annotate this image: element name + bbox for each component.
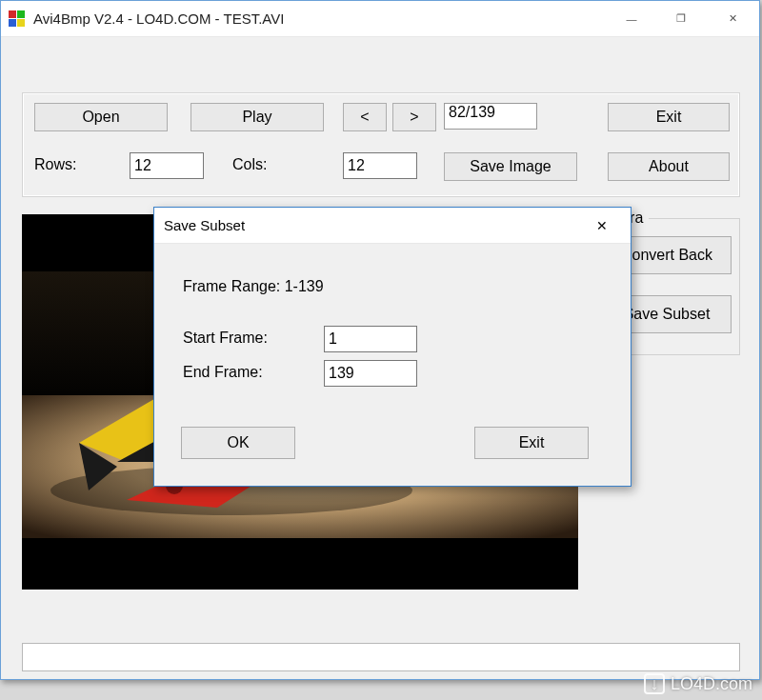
watermark-text: LO4D.com [671, 674, 752, 694]
cols-label: Cols: [232, 156, 267, 173]
ok-button[interactable]: OK [181, 427, 295, 459]
prev-frame-button[interactable]: < [343, 103, 387, 131]
start-frame-input[interactable] [324, 326, 417, 352]
svg-rect-0 [9, 10, 16, 18]
save-subset-dialog: Save Subset ✕ Frame Range: 1-139 Start F… [153, 207, 632, 487]
maximize-button[interactable]: ❐ [656, 1, 706, 36]
play-button[interactable]: Play [190, 103, 324, 131]
dialog-title: Save Subset [164, 217, 583, 233]
window-title: Avi4Bmp V2.4 - LO4D.COM - TEST.AVI [33, 10, 607, 27]
main-window: Avi4Bmp V2.4 - LO4D.COM - TEST.AVI — ❐ ✕… [0, 0, 760, 680]
end-frame-label: End Frame: [183, 364, 263, 381]
cols-input[interactable] [343, 152, 417, 179]
app-icon [9, 10, 26, 28]
exit-button[interactable]: Exit [608, 103, 730, 131]
save-image-button[interactable]: Save Image [444, 152, 577, 181]
open-button[interactable]: Open [34, 103, 168, 131]
download-icon: ↓ [644, 673, 665, 694]
close-button[interactable]: ✕ [706, 1, 759, 36]
titlebar: Avi4Bmp V2.4 - LO4D.COM - TEST.AVI — ❐ ✕ [1, 1, 759, 37]
dialog-exit-button[interactable]: Exit [474, 427, 589, 459]
svg-rect-2 [9, 19, 16, 27]
watermark: ↓ LO4D.com [644, 673, 752, 694]
frame-counter: 82/139 [444, 103, 537, 130]
window-controls: — ❐ ✕ [607, 1, 759, 36]
rows-label: Rows: [34, 156, 76, 173]
next-frame-button[interactable]: > [392, 103, 436, 131]
about-button[interactable]: About [608, 152, 730, 181]
svg-rect-1 [17, 10, 25, 18]
toolbar-panel: Open Play < > 82/139 Exit Rows: Cols: Sa… [22, 92, 740, 197]
svg-rect-3 [17, 19, 25, 27]
dialog-titlebar: Save Subset ✕ [154, 208, 631, 244]
minimize-button[interactable]: — [607, 1, 656, 36]
dialog-close-button[interactable]: ✕ [583, 218, 621, 233]
frame-range-label: Frame Range: 1-139 [183, 278, 324, 295]
start-frame-label: Start Frame: [183, 330, 268, 347]
status-bar [22, 643, 740, 671]
rows-input[interactable] [130, 152, 204, 179]
end-frame-input[interactable] [324, 360, 417, 387]
